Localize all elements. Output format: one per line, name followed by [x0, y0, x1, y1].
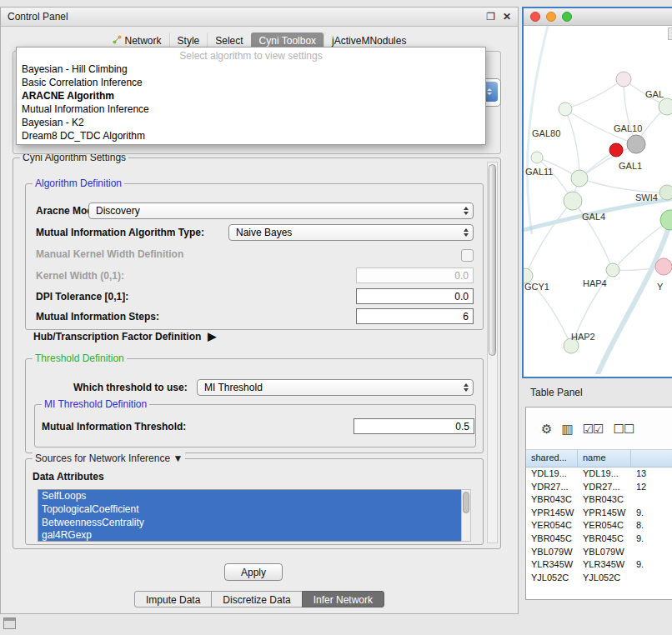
threshold-type-value: MI Threshold	[204, 382, 263, 393]
network-edge[interactable]	[525, 201, 573, 276]
table-row[interactable]: YDL19...YDL19...13	[526, 468, 672, 481]
data-attributes-label: Data Attributes	[33, 471, 104, 482]
window-controls: ❐ ✕	[486, 12, 511, 22]
network-node[interactable]	[571, 170, 588, 187]
column-header-shared[interactable]: shared...	[526, 450, 578, 467]
control-panel-title: Control Panel	[8, 11, 68, 22]
manual-kernel-checkbox[interactable]	[461, 249, 474, 262]
data-attribute-item[interactable]: TopologicalCoefficient	[38, 503, 464, 517]
table-cell: YBR043C	[578, 493, 631, 507]
network-node-label: GAL4	[582, 212, 605, 222]
network-canvas[interactable]: GALGAL80GAL10GAL11GAL1SWI4GAL4HAP4GCY1YH…	[524, 26, 672, 377]
table-row[interactable]: YBL079WYBL079W	[526, 546, 672, 559]
algorithm-option[interactable]: Bayesian - Hill Climbing	[17, 62, 485, 76]
network-scrollbar[interactable]	[668, 28, 672, 40]
network-node-label: GAL11	[525, 167, 553, 177]
table-cell: 9.	[631, 507, 672, 520]
table-cell: YDL19...	[526, 468, 578, 481]
sources-group-title: Sources for Network Inference ▼	[33, 452, 185, 465]
aracne-mode-value: Discovery	[96, 205, 140, 217]
network-node[interactable]	[609, 143, 623, 157]
algorithm-option[interactable]: Dream8 DC_TDC Algorithm	[17, 129, 485, 142]
table-toolbar: ⚙▥☑☑☐☐	[526, 408, 672, 450]
scrollbar-thumb[interactable]	[463, 492, 469, 513]
scrollbar-thumb[interactable]	[489, 164, 496, 356]
combo-arrows-icon	[464, 383, 469, 392]
network-node[interactable]	[616, 72, 631, 87]
table-row[interactable]: YBR043CYBR043C	[526, 493, 672, 507]
table-row[interactable]: YDR27...YDR27...12	[526, 481, 672, 494]
close-traffic-light-icon[interactable]	[530, 12, 540, 22]
kernel-width-input[interactable]	[356, 268, 474, 283]
network-node[interactable]	[531, 152, 543, 163]
table-cell: YPR145W	[526, 507, 578, 520]
network-node[interactable]	[606, 263, 619, 277]
settings-scrollbar[interactable]	[487, 162, 498, 543]
hub-section-toggle[interactable]: Hub/Transcription Factor Definition ▶	[33, 330, 216, 342]
network-node-label: GAL10	[614, 123, 642, 133]
network-node[interactable]	[659, 98, 672, 115]
show-columns-icon[interactable]: ☑☑	[583, 422, 604, 435]
table-row[interactable]: YLR345WYLR345W9.	[526, 558, 672, 572]
close-window-icon[interactable]: ✕	[503, 12, 511, 22]
minimized-panel-icon[interactable]	[3, 618, 16, 629]
table-row[interactable]: YJL052CYJL052C	[526, 572, 672, 585]
network-edge[interactable]	[624, 79, 636, 144]
data-attribute-item[interactable]: BetweennessCentrality	[38, 517, 464, 530]
data-attributes-list[interactable]: SelfLoopsTopologicalCoefficientBetweenne…	[38, 489, 464, 542]
table-panel-title: Table Panel	[530, 387, 583, 398]
data-attribute-item[interactable]: SelfLoops	[38, 490, 464, 503]
mi-threshold-label: Mutual Information Threshold:	[42, 418, 186, 435]
network-node[interactable]	[659, 185, 672, 200]
data-attribute-item[interactable]: gal4RGexp	[38, 529, 464, 542]
column-header-name[interactable]: name	[578, 450, 631, 467]
minimize-traffic-light-icon[interactable]	[546, 12, 556, 22]
apply-button[interactable]: Apply	[224, 563, 283, 581]
zoom-traffic-light-icon[interactable]	[562, 12, 572, 22]
table-cell: 13	[631, 468, 672, 481]
network-flow-edge[interactable]	[597, 222, 670, 374]
network-node[interactable]	[660, 210, 672, 230]
control-panel-window: Control Panel ❐ ✕ Network Style Select C…	[0, 7, 519, 614]
network-node[interactable]	[627, 135, 645, 153]
mi-steps-input[interactable]	[356, 308, 474, 324]
table-row[interactable]: YER054CYER054C8.	[526, 519, 672, 532]
table-cell	[631, 572, 672, 585]
tab-discretize-data[interactable]: Discretize Data	[211, 591, 302, 608]
network-node[interactable]	[564, 192, 582, 210]
dpi-tolerance-input[interactable]	[356, 288, 474, 304]
hide-columns-icon[interactable]: ☐☐	[614, 422, 634, 435]
network-edge[interactable]	[565, 109, 579, 178]
table-cell: YDR27...	[578, 481, 631, 494]
tab-impute-data[interactable]: Impute Data	[134, 591, 212, 608]
threshold-type-select[interactable]: MI Threshold	[197, 379, 474, 396]
algorithm-option[interactable]: Mutual Information Inference	[17, 102, 485, 116]
network-edge[interactable]	[579, 178, 667, 192]
table-cell: YBL079W	[526, 546, 578, 559]
mi-threshold-group-title: MI Threshold Definition	[42, 398, 149, 411]
algorithm-option[interactable]: ARACNE Algorithm	[17, 89, 485, 102]
tab-infer-network[interactable]: Infer Network	[302, 591, 384, 608]
network-node[interactable]	[655, 258, 672, 275]
dpi-tolerance-label: DPI Tolerance [0,1]:	[36, 288, 128, 305]
tab-label: Network	[125, 35, 162, 47]
mi-threshold-input[interactable]	[354, 418, 474, 434]
table-row[interactable]: YBR045CYBR045C9.	[526, 532, 672, 546]
float-window-icon[interactable]: ❐	[486, 12, 495, 22]
column-header-extra[interactable]	[631, 450, 672, 467]
algorithm-option[interactable]: Bayesian - K2	[17, 116, 485, 129]
algorithm-option[interactable]: Basic Correlation Inference	[17, 76, 485, 89]
settings-gear-icon[interactable]: ⚙	[541, 422, 551, 435]
network-node[interactable]	[559, 102, 572, 116]
column-layout-icon[interactable]: ▥	[561, 422, 572, 435]
table-cell: 9.	[631, 558, 672, 572]
table-row[interactable]: YPR145WYPR145W9.	[526, 507, 672, 520]
collapse-arrow-icon[interactable]: ▼	[173, 452, 183, 464]
aracne-mode-select[interactable]: Discovery	[88, 202, 474, 219]
network-graph[interactable]: GALGAL80GAL10GAL11GAL1SWI4GAL4HAP4GCY1YH…	[524, 26, 672, 374]
attributes-list-scrollbar[interactable]	[461, 489, 471, 542]
mi-algorithm-type-select[interactable]: Naive Bayes	[228, 224, 474, 241]
network-edge[interactable]	[565, 79, 624, 109]
expand-arrow-icon[interactable]: ▶	[208, 330, 216, 342]
kernel-width-label: Kernel Width (0,1):	[36, 268, 124, 284]
